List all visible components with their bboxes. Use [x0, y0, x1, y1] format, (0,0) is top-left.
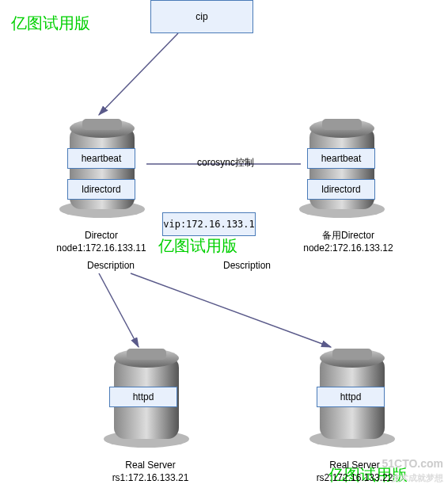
- rs1-httpd: httpd: [109, 387, 177, 407]
- corosync-link-label: corosync控制: [186, 157, 265, 170]
- director-caption-addr: node1:172.16.133.11: [56, 242, 146, 254]
- vip-box: vip:172.16.133.1: [162, 212, 256, 236]
- svg-line-0: [99, 33, 178, 115]
- rs1-caption: Real Server rs1:172.16.133.21: [87, 460, 214, 484]
- backup-heartbeat-label: heartbeat: [321, 153, 362, 164]
- svg-rect-19: [332, 349, 372, 360]
- rs2-caption: Real Server rs2:172.16.133.22: [291, 460, 418, 484]
- description-left: Description: [87, 260, 135, 273]
- description-right: Description: [223, 260, 271, 273]
- backup-ldirectord-label: ldirectord: [321, 184, 360, 195]
- vip-label: vip:172.16.133.1: [163, 219, 255, 230]
- svg-rect-15: [127, 349, 166, 360]
- director-ldirectord-label: ldirectord: [82, 184, 120, 195]
- backup-heartbeat: heartbeat: [307, 148, 375, 169]
- rs2-httpd: httpd: [317, 387, 385, 407]
- director-heartbeat-label: heartbeat: [82, 153, 122, 164]
- backup-caption-addr: node2:172.16.133.12: [303, 242, 393, 254]
- rs1-caption-title: Real Server: [125, 460, 175, 471]
- rs1-httpd-label: httpd: [133, 391, 154, 402]
- svg-line-2: [99, 273, 139, 347]
- backup-ldirectord: ldirectord: [307, 179, 375, 200]
- rs2-caption-addr: rs2:172.16.133.22: [317, 472, 393, 483]
- svg-rect-11: [322, 119, 362, 130]
- watermark-text: 亿图试用版: [158, 235, 237, 257]
- director-ldirectord: ldirectord: [67, 179, 135, 200]
- rs2-httpd-label: httpd: [340, 391, 362, 402]
- cip-node: cip: [150, 0, 253, 33]
- director-heartbeat: heartbeat: [67, 148, 135, 169]
- director-caption: Director node1:172.16.133.11: [38, 230, 165, 254]
- rs1-caption-addr: rs1:172.16.133.21: [112, 472, 189, 483]
- svg-line-3: [131, 273, 331, 347]
- cip-label: cip: [196, 11, 207, 22]
- backup-caption-title: 备用Director: [322, 230, 374, 241]
- backup-caption: 备用Director node2:172.16.133.12: [285, 230, 412, 254]
- rs2-caption-title: Real Server: [329, 460, 379, 471]
- director-caption-title: Director: [85, 230, 118, 241]
- watermark-text: 亿图试用版: [11, 13, 90, 34]
- svg-rect-7: [82, 119, 122, 130]
